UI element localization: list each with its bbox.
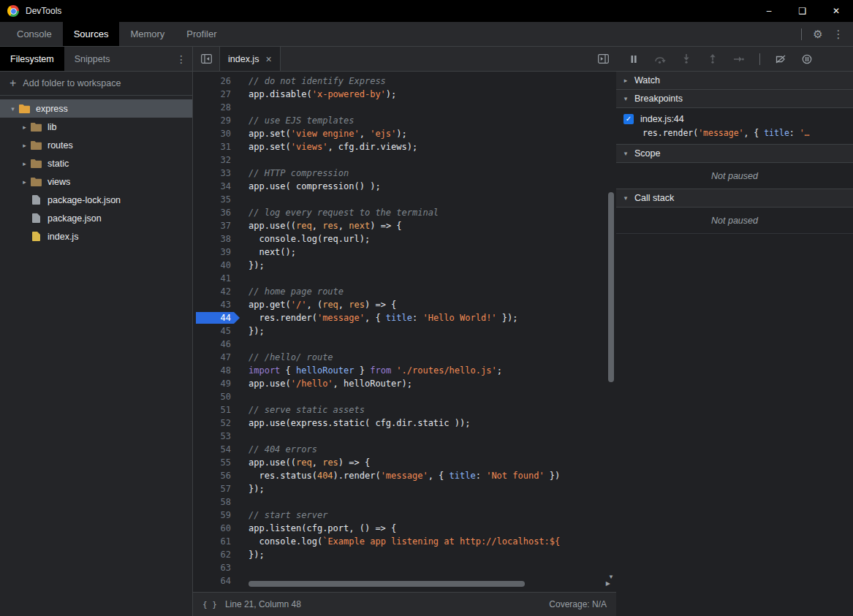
tab-memory[interactable]: Memory	[119, 22, 175, 46]
settings-gear-icon[interactable]: ⚙	[808, 24, 828, 45]
tree-item-lib[interactable]: ▸lib	[0, 118, 192, 136]
line-number-61[interactable]: 61	[193, 535, 243, 548]
line-number-36[interactable]: 36	[193, 206, 243, 219]
chevron-right-icon[interactable]: ▸	[19, 123, 30, 131]
line-number-53[interactable]: 53	[193, 430, 243, 443]
tree-item-package.json[interactable]: package.json	[0, 209, 192, 227]
chevron-right-icon[interactable]: ▸	[19, 142, 30, 149]
line-number-28[interactable]: 28	[193, 101, 243, 114]
tab-snippets[interactable]: Snippets	[64, 47, 121, 71]
line-number-46[interactable]: 46	[193, 338, 243, 351]
line-number-45[interactable]: 45	[193, 324, 243, 338]
editor-tab-indexjs[interactable]: index.js ×	[219, 47, 281, 71]
pause-on-exceptions-icon[interactable]	[801, 53, 813, 65]
chevron-right-icon[interactable]: ▸	[19, 160, 30, 167]
line-number-35[interactable]: 35	[193, 193, 243, 206]
line-number-52[interactable]: 52	[193, 417, 243, 430]
line-number-43[interactable]: 43	[193, 298, 243, 311]
hide-navigator-icon[interactable]	[193, 47, 219, 71]
horizontal-scrollbar-thumb[interactable]	[249, 581, 525, 587]
line-number-50[interactable]: 50	[193, 390, 243, 403]
line-number-57[interactable]: 57	[193, 482, 243, 495]
line-number-48[interactable]: 48	[193, 364, 243, 377]
tree-item-package-lock.json[interactable]: package-lock.json	[0, 191, 192, 209]
line-number-29[interactable]: 29	[193, 114, 243, 127]
section-scope[interactable]: ▾ Scope	[616, 144, 853, 163]
step-icon[interactable]	[733, 53, 745, 65]
line-number-55[interactable]: 55	[193, 456, 243, 469]
close-button[interactable]: ✕	[819, 0, 853, 22]
line-number-37[interactable]: 37	[193, 219, 243, 232]
tree-item-routes[interactable]: ▸routes	[0, 136, 192, 154]
line-number-27[interactable]: 27	[193, 88, 243, 101]
line-number-62[interactable]: 62	[193, 548, 243, 561]
line-number-51[interactable]: 51	[193, 403, 243, 417]
scroll-right-icon[interactable]: ▶	[606, 580, 610, 588]
breakpoint-marker[interactable]	[196, 312, 240, 324]
line-number-38[interactable]: 38	[193, 232, 243, 246]
scope-title: Scope	[634, 148, 660, 159]
section-call-stack[interactable]: ▾ Call stack	[616, 189, 853, 208]
deactivate-breakpoints-icon[interactable]	[775, 53, 786, 65]
close-tab-icon[interactable]: ×	[265, 53, 271, 65]
tab-filesystem[interactable]: Filesystem	[0, 47, 64, 71]
line-number-30[interactable]: 30	[193, 127, 243, 140]
line-number-60[interactable]: 60	[193, 522, 243, 535]
breakpoint-entry[interactable]: ✓ index.js:44	[616, 108, 853, 126]
vertical-scrollbar-thumb[interactable]	[608, 192, 614, 382]
tree-item-static[interactable]: ▸static	[0, 154, 192, 172]
line-number-26[interactable]: 26	[193, 75, 243, 88]
code-line-58	[249, 495, 606, 509]
code-line-35	[249, 193, 606, 206]
line-number-31[interactable]: 31	[193, 140, 243, 153]
line-number-59[interactable]: 59	[193, 509, 243, 522]
navigator-more-icon[interactable]: ⋮	[170, 47, 192, 71]
tree-item-label: views	[48, 177, 70, 187]
step-into-icon[interactable]	[680, 53, 692, 65]
line-number-41[interactable]: 41	[193, 272, 243, 285]
show-quick-source-icon[interactable]	[590, 54, 616, 64]
line-number-34[interactable]: 34	[193, 180, 243, 193]
add-folder-button[interactable]: + Add folder to workspace	[0, 72, 192, 96]
section-watch[interactable]: ▸ Watch	[616, 71, 853, 90]
line-number-47[interactable]: 47	[193, 351, 243, 364]
tree-item-index.js[interactable]: index.js	[0, 227, 192, 246]
format-code-button[interactable]: { }	[202, 600, 217, 609]
breakpoint-location[interactable]: index.js:44	[640, 114, 684, 124]
chevron-right-icon[interactable]: ▸	[19, 178, 30, 186]
line-number-44[interactable]: 44	[193, 311, 243, 324]
line-number-49[interactable]: 49	[193, 377, 243, 390]
line-number-39[interactable]: 39	[193, 246, 243, 259]
line-number-33[interactable]: 33	[193, 167, 243, 180]
tab-sources[interactable]: Sources	[63, 22, 120, 46]
line-number-54[interactable]: 54	[193, 443, 243, 456]
line-number-63[interactable]: 63	[193, 561, 243, 574]
tab-profiler[interactable]: Profiler	[175, 22, 227, 46]
step-out-icon[interactable]	[707, 53, 719, 65]
line-number-42[interactable]: 42	[193, 285, 243, 298]
pause-icon[interactable]	[628, 53, 640, 65]
tree-item-views[interactable]: ▸views	[0, 172, 192, 191]
tab-console[interactable]: Console	[6, 22, 63, 46]
breakpoint-snippet[interactable]: res.render('message', { title: '…	[616, 126, 853, 145]
main-toolbar: ConsoleSourcesMemoryProfiler ⚙ ⋮	[0, 22, 853, 47]
step-over-icon[interactable]	[654, 53, 666, 65]
line-number-56[interactable]: 56	[193, 469, 243, 482]
maximize-button[interactable]: ❑	[786, 0, 819, 22]
breakpoint-checkbox[interactable]: ✓	[623, 114, 634, 124]
code-editor[interactable]: // do not identify Expressapp.disable('x…	[243, 72, 606, 592]
minimize-button[interactable]: –	[752, 0, 786, 22]
vertical-scrollbar[interactable]: ▼	[606, 72, 616, 592]
line-number-40[interactable]: 40	[193, 259, 243, 272]
line-number-58[interactable]: 58	[193, 495, 243, 509]
scroll-down-icon[interactable]: ▼	[606, 574, 616, 580]
line-number-32[interactable]: 32	[193, 153, 243, 167]
line-number-64[interactable]: 64	[193, 574, 243, 588]
kebab-menu-icon[interactable]: ⋮	[828, 24, 849, 45]
horizontal-scrollbar[interactable]: ▶	[243, 580, 600, 588]
tree-item-express[interactable]: ▾express	[0, 99, 192, 118]
section-breakpoints[interactable]: ▾ Breakpoints	[616, 89, 853, 108]
gutter[interactable]: 2627282930313233343536373839404142434445…	[193, 72, 243, 592]
chevron-down-icon[interactable]: ▾	[7, 105, 18, 113]
editor-tab-label: index.js	[228, 54, 259, 64]
